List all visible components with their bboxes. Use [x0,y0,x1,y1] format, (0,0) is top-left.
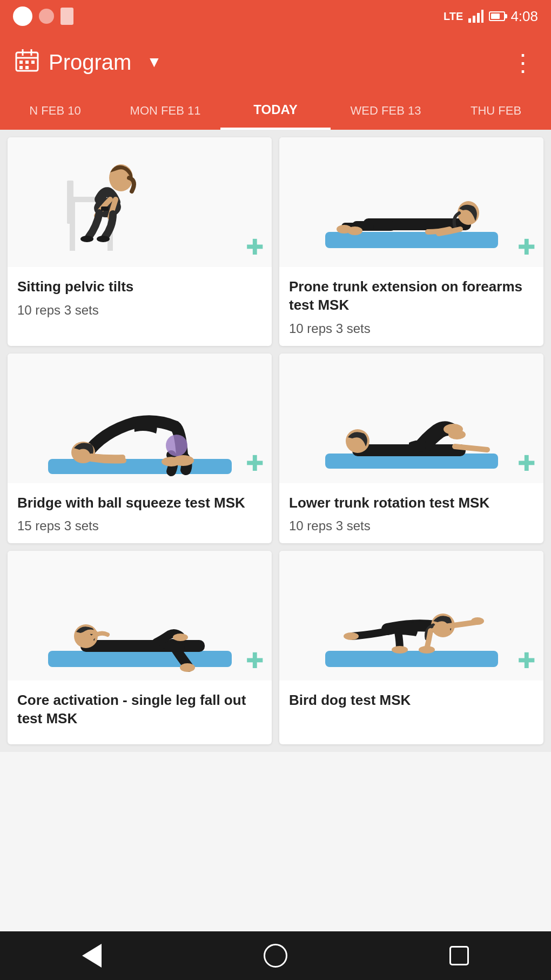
card-body-6: Bird dog test MSK [279,681,543,726]
nav-recents-button[interactable] [443,939,475,972]
exercise-card-2[interactable]: ✚ Prone trunk extension on forearms test… [279,137,543,346]
exercise-card-6[interactable]: ✚ Bird dog test MSK [279,551,543,744]
date-nav: N FEB 10 MON FEB 11 TODAY WED FEB 13 THU… [0,92,551,130]
exercise-grid: ✚ Sitting pelvic tilts 10 reps 3 sets [0,130,551,752]
add-exercise-icon-6[interactable]: ✚ [518,648,536,673]
svg-rect-5 [25,61,29,64]
svg-point-15 [80,236,93,242]
status-bar-left [13,6,73,26]
card-image-6: ✚ [279,551,543,681]
svg-rect-8 [25,66,29,69]
exercise-card-5[interactable]: ✚ Core activation - single leg fall out … [8,551,272,744]
exercise-card-3[interactable]: ✚ Bridge with ball squeeze test MSK 15 r… [8,354,272,544]
svg-rect-36 [80,640,205,652]
date-tab-today[interactable]: TODAY [220,92,331,130]
status-bar: LTE 4:08 [0,0,551,32]
more-options-icon[interactable]: ⋮ [511,49,536,76]
nav-home-button[interactable] [259,939,292,972]
svg-point-16 [97,236,110,242]
card-image-1: ✚ [8,137,272,267]
svg-rect-35 [48,651,232,667]
card-reps-4: 10 reps 3 sets [289,518,534,534]
status-icon-2 [39,9,54,24]
card-image-3: ✚ [8,354,272,483]
dropdown-icon[interactable]: ▼ [146,54,162,71]
nav-home-icon [264,944,287,968]
card-image-5: ✚ [8,551,272,681]
lte-label: LTE [444,10,463,23]
signal-icon [468,10,483,23]
status-icon-3 [61,8,73,25]
svg-point-42 [344,632,359,640]
card-title-2: Prone trunk extension on forearms test M… [289,278,534,315]
nav-back-button[interactable] [76,939,108,972]
exercise-card-4[interactable]: ✚ Lower trunk rotation test MSK 10 reps … [279,354,543,544]
card-image-4: ✚ [279,354,543,483]
card-body-5: Core activation - single leg fall out te… [8,681,272,744]
card-reps-2: 10 reps 3 sets [289,321,534,336]
add-exercise-icon-5[interactable]: ✚ [246,648,264,673]
card-body-3: Bridge with ball squeeze test MSK 15 rep… [8,483,272,544]
date-tab-mon[interactable]: MON FEB 11 [110,92,220,130]
status-icon-1 [13,6,32,26]
date-tab-thu[interactable]: THU FEB [441,92,551,130]
exercise-card-1[interactable]: ✚ Sitting pelvic tilts 10 reps 3 sets [8,137,272,346]
card-body-2: Prone trunk extension on forearms test M… [279,267,543,346]
time-display: 4:08 [510,8,538,25]
battery-icon [489,11,505,21]
svg-point-29 [166,435,187,456]
add-exercise-icon-3[interactable]: ✚ [246,451,264,476]
date-tab-sun[interactable]: N FEB 10 [0,92,110,130]
svg-point-38 [180,663,195,672]
card-title-6: Bird dog test MSK [289,691,534,710]
svg-point-39 [173,634,188,641]
svg-rect-6 [31,61,35,64]
card-title-4: Lower trunk rotation test MSK [289,494,534,512]
card-reps-1: 10 reps 3 sets [17,303,262,318]
svg-rect-17 [101,206,109,211]
svg-rect-4 [19,61,23,64]
calendar-icon [15,48,39,77]
app-bar: Program ▼ ⋮ [0,32,551,92]
svg-rect-25 [48,459,232,474]
add-exercise-icon-1[interactable]: ✚ [246,235,264,259]
status-bar-right: LTE 4:08 [444,8,538,25]
svg-point-45 [419,646,435,654]
nav-recents-icon [449,946,469,965]
app-bar-left: Program ▼ [15,48,162,77]
svg-point-44 [392,646,408,654]
card-title-1: Sitting pelvic tilts [17,278,262,296]
svg-point-24 [347,226,362,235]
card-body-1: Sitting pelvic tilts 10 reps 3 sets [8,267,272,328]
card-image-2: ✚ [279,137,543,267]
nav-back-icon [82,944,102,968]
add-exercise-icon-2[interactable]: ✚ [518,235,536,259]
card-title-5: Core activation - single leg fall out te… [17,691,262,728]
card-reps-3: 15 reps 3 sets [17,518,262,534]
date-tab-wed[interactable]: WED FEB 13 [331,92,441,130]
bottom-nav [0,931,551,980]
card-body-4: Lower trunk rotation test MSK 10 reps 3 … [279,483,543,544]
svg-point-27 [162,457,181,466]
svg-rect-7 [19,66,23,69]
svg-rect-12 [67,181,73,224]
card-title-3: Bridge with ball squeeze test MSK [17,494,262,512]
add-exercise-icon-4[interactable]: ✚ [518,451,536,476]
svg-point-43 [471,617,484,625]
svg-point-34 [448,430,466,439]
svg-rect-40 [325,651,498,667]
app-title: Program [49,50,131,75]
